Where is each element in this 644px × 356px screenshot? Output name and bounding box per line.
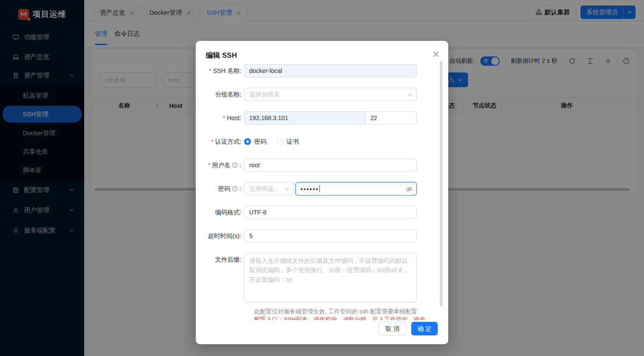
required-asterisk: * [211,138,213,145]
field-label: * 用户名 ? : [196,158,241,172]
username-input[interactable] [244,158,417,172]
host-input[interactable] [244,111,366,125]
file-suffix-textarea[interactable] [244,253,417,302]
modal-body: * SSH 名称: 分组名称: 选择分组名 [196,64,438,305]
radio-certificate-label: 证书 [287,138,299,146]
form-row-auth: * 认证方式: 密码 证书 [196,135,438,148]
svg-text:?: ? [234,187,236,191]
radio-password-label: 密码 [254,138,266,146]
form-row-username: * 用户名 ? : [196,158,438,172]
help-circle-icon[interactable]: ? [232,162,238,168]
field-label: * Host: [196,111,241,125]
password-input[interactable]: •••••• [295,182,417,195]
env-ref-select[interactable]: 引用环境... [244,182,294,195]
cancel-button[interactable]: 取 消 [378,322,407,335]
app-window: 项目运维 功能管理 资产总览 资产管理 机器管理 SSH管理 Docker管理 … [0,0,644,356]
required-asterisk: * [208,162,210,169]
port-input[interactable] [365,111,417,125]
edit-ssh-modal: 编辑 SSH * SSH 名称: 分组名称: 选择分组名 [196,41,448,344]
form-row-timeout: 超时时间(s): [196,229,438,243]
modal-scrollbar[interactable] [440,61,442,306]
config-note-text: 此配置仅对服务端管理生效, 工作空间的 ssh 配置需要单独配置 [254,308,428,316]
ok-button[interactable]: 确 定 [411,322,438,335]
form-row-encoding: 编码格式: [196,206,438,219]
chevron-down-icon [407,92,412,97]
modal-footer: 取 消 确 定 [378,322,438,335]
form-row-group: 分组名称: 选择分组名 [196,88,438,101]
timeout-input[interactable] [244,229,417,243]
field-label: 超时时间(s): [196,229,241,243]
ssh-name-input[interactable] [244,64,417,78]
field-label: 分组名称: [196,88,241,101]
encoding-input[interactable] [244,206,417,219]
field-label: * 认证方式: [196,135,241,148]
form-row-host: * Host: [196,111,438,125]
config-note-warning-clipped: 配置入口：SSH列表，操作栏中，选取分组，引入工作空间，操作 [254,316,428,320]
modal-close-icon[interactable] [433,51,439,57]
form-row-file-suffix: 文件后缀: [196,253,438,302]
chevron-down-icon [285,187,290,192]
password-dots: •••••• [301,186,319,192]
form-row-ssh-name: * SSH 名称: [196,64,438,78]
field-label: 密码 ? : [196,182,241,195]
form-row-password: 密码 ? : 引用环境... •••••• [196,182,438,195]
svg-text:?: ? [234,163,236,167]
radio-password[interactable] [244,138,251,145]
field-label: 文件后缀: [196,253,241,266]
field-label: * SSH 名称: [196,64,241,78]
group-name-select[interactable]: 选择分组名 [244,88,417,101]
select-placeholder: 选择分组名 [249,91,280,99]
help-circle-icon[interactable]: ? [232,186,238,192]
field-label: 编码格式: [196,206,241,219]
text-cursor [319,185,320,192]
select-placeholder: 引用环境... [249,185,279,193]
eye-invisible-icon[interactable] [406,186,412,193]
modal-title: 编辑 SSH [206,51,237,60]
required-asterisk: * [223,115,226,121]
radio-certificate[interactable] [277,138,283,145]
required-asterisk: * [209,67,211,74]
